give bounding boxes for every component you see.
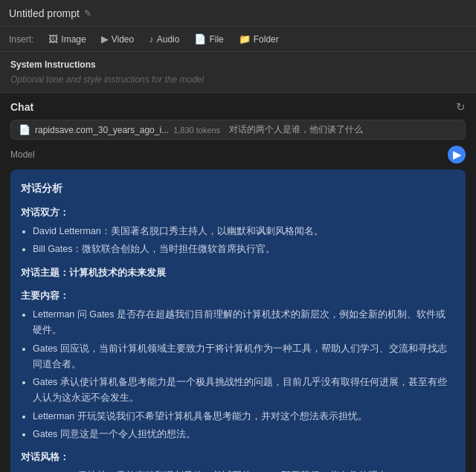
list-item: David Letterman：美国著名脱口秀主持人，以幽默和讽刺风格闻名。 bbox=[33, 224, 455, 239]
page-title: Untitled prompt bbox=[9, 7, 80, 19]
model-label: Model bbox=[10, 149, 35, 160]
run-button[interactable]: ▶ bbox=[448, 146, 466, 164]
section-style-heading: 对话风格： bbox=[21, 450, 455, 465]
section-content-heading: 主要内容： bbox=[21, 288, 455, 304]
section-style-list: Letterman 保持其一贯的幽默和讽刺风格，并试图从 Gates 那里获得一… bbox=[21, 468, 455, 472]
run-icon: ▶ bbox=[453, 149, 461, 161]
insert-file-label: File bbox=[209, 34, 223, 45]
section-topic-heading: 对话主题：计算机技术的未来发展 bbox=[21, 265, 455, 281]
insert-folder-label: Folder bbox=[254, 34, 279, 45]
section-parties-heading: 对话双方： bbox=[21, 205, 455, 221]
insert-audio-label: Audio bbox=[157, 34, 180, 45]
edit-icon[interactable]: ✎ bbox=[84, 8, 91, 19]
insert-video-button[interactable]: ▶ Video bbox=[95, 31, 140, 47]
insert-image-label: Image bbox=[61, 34, 86, 45]
refresh-icon[interactable]: ↻ bbox=[456, 100, 466, 114]
insert-image-button[interactable]: 🖼 Image bbox=[42, 31, 91, 47]
file-icon: 📄 bbox=[194, 33, 206, 45]
insert-file-button[interactable]: 📄 File bbox=[188, 31, 229, 47]
list-item: Letterman 保持其一贯的幽默和讽刺风格，并试图从 Gates 那里获得一… bbox=[33, 468, 455, 472]
chat-header: Chat ↻ bbox=[10, 100, 466, 114]
folder-icon: 📁 bbox=[239, 33, 251, 45]
response-heading: 对话分析 bbox=[21, 180, 455, 198]
video-icon: ▶ bbox=[101, 33, 109, 45]
response-box: 对话分析 对话双方： David Letterman：美国著名脱口秀主持人，以幽… bbox=[10, 169, 466, 472]
insert-video-label: Video bbox=[112, 34, 134, 45]
file-question: 对话的两个人是谁，他们谈了什么 bbox=[229, 123, 363, 136]
section-parties-list: David Letterman：美国著名脱口秀主持人，以幽默和讽刺风格闻名。 B… bbox=[21, 224, 455, 258]
audio-icon: ♪ bbox=[149, 33, 154, 45]
file-token-count: 1,830 tokens bbox=[173, 126, 220, 135]
file-chip[interactable]: 📄 rapidsave.com_30_years_ago_i... 1,830 … bbox=[10, 120, 466, 140]
system-instructions-section: System Instructions Optional tone and st… bbox=[0, 52, 476, 93]
file-name: rapidsave.com_30_years_ago_i... bbox=[35, 125, 169, 135]
section-content-list: Letterman 问 Gates 是否存在超越我们目前理解的计算机技术的新层次… bbox=[21, 307, 455, 442]
list-item: Gates 回应说，当前计算机领域主要致力于将计算机作为一种工具，帮助人们学习、… bbox=[33, 341, 455, 373]
chat-panel: Chat ↻ 📄 rapidsave.com_30_years_ago_i...… bbox=[0, 93, 476, 472]
model-row: Model ▶ bbox=[10, 146, 466, 164]
top-bar: Untitled prompt ✎ bbox=[0, 0, 476, 27]
insert-label: Insert: bbox=[9, 34, 33, 45]
list-item: Bill Gates：微软联合创始人，当时担任微软首席执行官。 bbox=[33, 242, 455, 257]
list-item: Gates 同意这是一个令人担忧的想法。 bbox=[33, 427, 455, 442]
list-item: Gates 承认使计算机备思考能力是一个极具挑战性的问题，目前几乎没有取得任何进… bbox=[33, 375, 455, 407]
insert-folder-button[interactable]: 📁 Folder bbox=[233, 31, 285, 47]
image-icon: 🖼 bbox=[48, 33, 58, 45]
chat-title: Chat bbox=[10, 101, 33, 113]
system-instructions-input[interactable]: Optional tone and style instructions for… bbox=[10, 74, 466, 85]
list-item: Letterman 开玩笑说我们不希望计算机具备思考能力，并对这个想法表示担忧。 bbox=[33, 409, 455, 424]
list-item: Letterman 问 Gates 是否存在超越我们目前理解的计算机技术的新层次… bbox=[33, 307, 455, 339]
toolbar: Insert: 🖼 Image ▶ Video ♪ Audio 📄 File 📁… bbox=[0, 27, 476, 52]
insert-audio-button[interactable]: ♪ Audio bbox=[143, 31, 185, 47]
file-attachment-icon: 📄 bbox=[19, 124, 30, 135]
system-instructions-label: System Instructions bbox=[10, 59, 466, 70]
